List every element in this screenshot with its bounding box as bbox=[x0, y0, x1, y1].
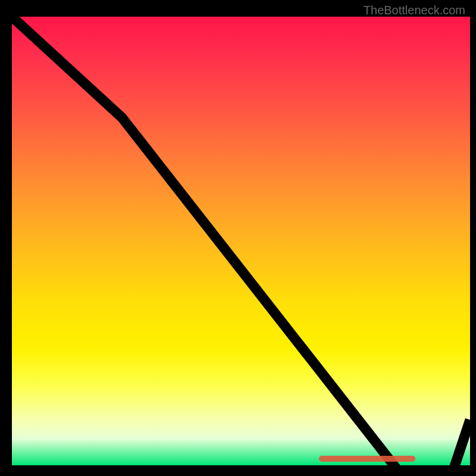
optimal-range-marker bbox=[319, 456, 415, 462]
bottleneck-curve bbox=[12, 17, 470, 475]
watermark-text: TheBottleneck.com bbox=[364, 4, 465, 17]
curve-path bbox=[12, 17, 470, 475]
chart-area bbox=[12, 17, 470, 465]
